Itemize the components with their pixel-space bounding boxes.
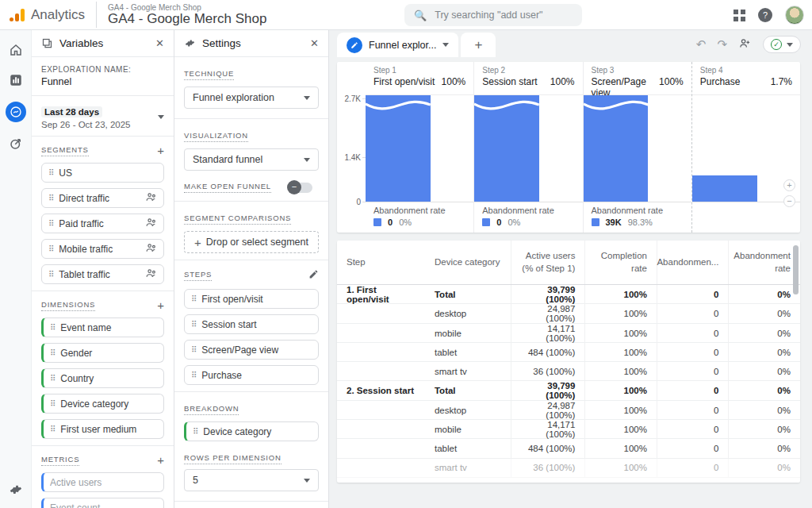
dimension-chip[interactable]: ⠿Gender <box>41 343 164 363</box>
metric-chip[interactable]: Active users <box>41 472 164 492</box>
add-tab-button[interactable]: + <box>461 33 496 57</box>
zoom-out-button[interactable]: − <box>783 195 795 207</box>
exploration-name-value[interactable]: Funnel <box>41 76 164 87</box>
dimension-chip[interactable]: ⠿First user medium <box>41 419 164 439</box>
apps-grid-icon[interactable] <box>733 10 745 21</box>
table-column-header[interactable]: Active users(% of Step 1) <box>522 250 575 275</box>
table-column-header[interactable]: Abandonmentrate <box>733 250 791 275</box>
table-row[interactable]: tablet484 (100%)100%00% <box>337 439 800 458</box>
drag-handle-icon[interactable]: ⠿ <box>48 194 53 202</box>
open-funnel-toggle[interactable]: − <box>289 183 312 193</box>
step-chip[interactable]: ⠿Purchase <box>184 365 319 385</box>
table-row[interactable]: desktop24,987 (100%)100%00% <box>337 401 800 420</box>
drag-handle-icon[interactable]: ⠿ <box>50 425 55 433</box>
table-row[interactable]: smart tv36 (100%)100%00% <box>337 459 800 478</box>
breakdown-label: BREAKDOWN <box>184 404 239 415</box>
dimension-chip[interactable]: ⠿Device category <box>41 394 164 414</box>
segment-people-icon[interactable] <box>146 192 157 204</box>
step-chip-label: Purchase <box>201 370 312 381</box>
variables-close-icon[interactable]: ✕ <box>155 37 164 49</box>
table-cell: mobile <box>425 324 511 343</box>
redo-icon[interactable]: ↷ <box>717 37 727 52</box>
add-metric-button[interactable]: + <box>157 454 164 466</box>
table-row[interactable]: mobile14,171 (100%)100%00% <box>337 420 800 439</box>
funnel-bar[interactable] <box>692 175 757 202</box>
visualization-dropdown[interactable]: Standard funnel <box>184 148 319 171</box>
search-input[interactable]: 🔍 Try searching "add user" <box>404 4 582 26</box>
variables-panel-title: Variables <box>59 37 149 49</box>
segment-chip[interactable]: ⠿US <box>41 163 164 183</box>
table-row[interactable]: 1. First open/visitTotal39,799 (100%)100… <box>337 285 800 304</box>
date-range-selector[interactable]: Last 28 days Sep 26 - Oct 23, 2025 <box>41 104 164 129</box>
breakdown-chip[interactable]: ⠿ Device category <box>184 421 319 441</box>
drag-handle-icon[interactable]: ⠿ <box>50 374 55 383</box>
add-segment-button[interactable]: + <box>157 144 164 156</box>
drag-handle-icon[interactable]: ⠿ <box>48 244 53 253</box>
segment-chip[interactable]: ⠿Tablet traffic <box>41 264 164 284</box>
nav-reports-icon[interactable] <box>7 71 25 89</box>
rows-per-dimension-label: ROWS PER DIMENSION <box>184 453 282 464</box>
drag-handle-icon[interactable]: ⠿ <box>48 219 53 228</box>
table-column-header[interactable]: Completionrate <box>601 250 647 275</box>
add-dimension-button[interactable]: + <box>157 299 164 311</box>
table-row[interactable]: mobile14,171 (100%)100%00% <box>337 324 800 343</box>
table-column-header[interactable]: Step <box>347 256 366 269</box>
drag-handle-icon[interactable]: ⠿ <box>48 270 53 279</box>
drag-handle-icon[interactable]: ⠿ <box>191 345 196 354</box>
analytics-brand[interactable]: Analytics <box>0 7 96 23</box>
property-switcher[interactable]: GA4 - Google Merch Shop GA4 - Google Mer… <box>96 2 278 29</box>
zoom-in-button[interactable]: + <box>783 179 795 191</box>
table-cell: 0 <box>657 420 729 439</box>
table-scrollbar[interactable] <box>793 245 799 294</box>
brand-name: Analytics <box>31 7 85 23</box>
drag-handle-icon[interactable]: ⠿ <box>48 168 53 177</box>
table-column-header[interactable]: Abandonmen... <box>657 256 718 269</box>
step-chip[interactable]: ⠿Session start <box>184 314 319 334</box>
drag-handle-icon[interactable]: ⠿ <box>191 320 196 329</box>
table-cell: 0% <box>728 420 800 439</box>
segment-people-icon[interactable] <box>146 217 157 229</box>
settings-close-icon[interactable]: ✕ <box>310 37 319 49</box>
tab-funnel-exploration[interactable]: Funnel explor... <box>337 33 458 57</box>
funnel-bar[interactable] <box>366 95 431 202</box>
dimension-chip[interactable]: ⠿Country <box>41 368 164 388</box>
step-chip[interactable]: ⠿First open/visit <box>184 289 319 309</box>
funnel-bar[interactable] <box>584 95 649 202</box>
nav-admin-gear-icon[interactable] <box>0 483 31 497</box>
nav-home-icon[interactable] <box>7 41 25 59</box>
share-add-person-icon[interactable] <box>738 37 752 52</box>
undo-icon[interactable]: ↶ <box>696 37 707 52</box>
dimension-chip[interactable]: ⠿Event name <box>41 318 164 337</box>
table-row[interactable]: 2. Session startTotal39,799 (100%)100%00… <box>337 381 800 400</box>
table-row[interactable]: desktop24,987 (100%)100%00% <box>337 304 800 323</box>
saved-status-pill[interactable]: ✓ <box>763 36 801 53</box>
segment-drop-zone[interactable]: +Drop or select segment <box>184 231 319 253</box>
drag-handle-icon[interactable]: ⠿ <box>50 348 55 357</box>
avatar[interactable] <box>785 6 804 25</box>
drag-handle-icon[interactable]: ⠿ <box>193 427 197 436</box>
table-column-header[interactable]: Device category <box>435 256 500 269</box>
segment-chip[interactable]: ⠿Direct traffic <box>41 188 164 208</box>
drag-handle-icon[interactable]: ⠿ <box>191 371 196 379</box>
nav-advertising-icon[interactable] <box>7 135 25 152</box>
nav-explore-icon-selected[interactable] <box>6 102 26 122</box>
segment-people-icon[interactable] <box>146 243 157 255</box>
funnel-step-column: Step 3Screen/Page view100%Abandonment ra… <box>583 62 691 233</box>
table-row[interactable]: tablet484 (100%)100%00% <box>337 343 800 362</box>
segment-chip[interactable]: ⠿Mobile traffic <box>41 239 164 259</box>
funnel-bar[interactable] <box>474 95 539 202</box>
rows-per-dimension-dropdown[interactable]: 5 <box>184 469 319 491</box>
legend-swatch-icon <box>482 218 490 226</box>
table-cell: 100% <box>584 420 657 439</box>
step-chip[interactable]: ⠿Screen/Page view <box>184 340 319 360</box>
drag-handle-icon[interactable]: ⠿ <box>50 323 55 332</box>
table-row[interactable]: smart tv36 (100%)100%00% <box>337 362 800 381</box>
drag-handle-icon[interactable]: ⠿ <box>191 294 196 303</box>
technique-dropdown[interactable]: Funnel exploration <box>184 87 319 109</box>
help-icon[interactable]: ? <box>758 8 772 22</box>
segment-chip[interactable]: ⠿Paid traffic <box>41 214 164 233</box>
edit-steps-pencil-icon[interactable] <box>308 268 319 283</box>
metric-chip[interactable]: Event count <box>41 498 164 508</box>
segment-people-icon[interactable] <box>146 268 157 280</box>
drag-handle-icon[interactable]: ⠿ <box>50 399 55 408</box>
